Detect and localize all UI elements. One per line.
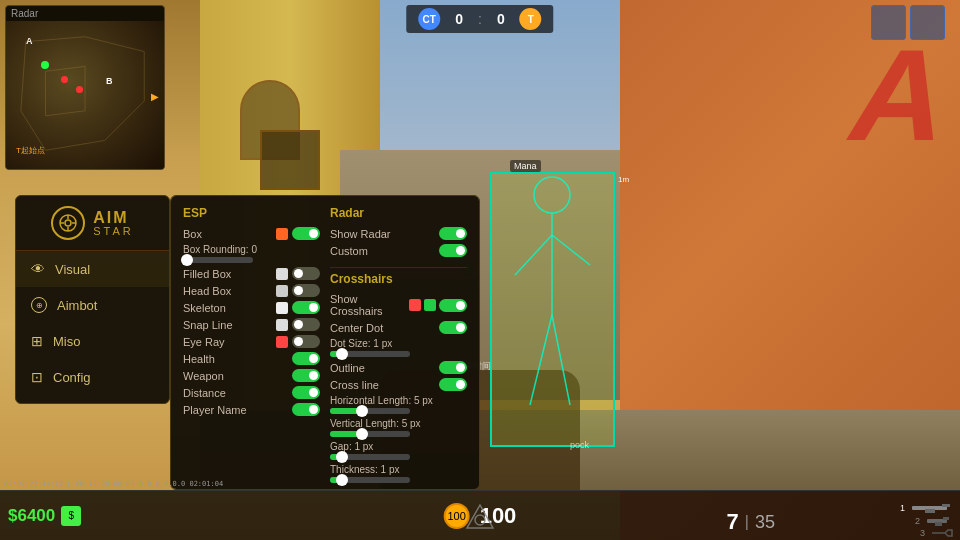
box-rounding-row: Box Rounding: 0 bbox=[183, 242, 320, 265]
esp-box-toggle[interactable] bbox=[292, 227, 320, 240]
custom-radar-label: Custom bbox=[330, 245, 435, 257]
h-length-row: Horizontal Length: 5 px bbox=[330, 393, 467, 416]
nav-item-config[interactable]: ⊡ Config bbox=[16, 359, 169, 395]
skeleton-color[interactable] bbox=[276, 302, 288, 314]
thickness-slider[interactable] bbox=[330, 477, 410, 483]
esp-box-color[interactable] bbox=[276, 228, 288, 240]
show-crosshairs-toggle[interactable] bbox=[439, 299, 467, 312]
nav-label-visual: Visual bbox=[55, 262, 90, 277]
svg-rect-18 bbox=[943, 517, 949, 520]
dot-size-row: Dot Size: 1 px bbox=[330, 336, 467, 359]
custom-radar-toggle[interactable] bbox=[439, 244, 467, 257]
nav-item-aimbot[interactable]: ⊕ Aimbot bbox=[16, 287, 169, 323]
weapon-row: Weapon bbox=[183, 367, 320, 384]
weapon-slot-3: 3 bbox=[920, 528, 955, 538]
show-radar-row: Show Radar bbox=[330, 225, 467, 242]
outline-label: Outline bbox=[330, 362, 435, 374]
h-length-slider[interactable] bbox=[330, 408, 410, 414]
center-dot-toggle[interactable] bbox=[439, 321, 467, 334]
distance-label: Distance bbox=[183, 387, 288, 399]
hud-ammo-reserve: 35 bbox=[755, 512, 775, 533]
snapline-label: Snap Line bbox=[183, 319, 272, 331]
snapline-toggle[interactable] bbox=[292, 318, 320, 331]
esp-box-row: Box bbox=[183, 225, 320, 242]
show-radar-toggle[interactable] bbox=[439, 227, 467, 240]
dot-size-slider[interactable] bbox=[330, 351, 410, 357]
weapon-slot-2: 2 bbox=[915, 515, 955, 527]
t-score: 0 bbox=[497, 11, 505, 27]
health-label: Health bbox=[183, 353, 288, 365]
box-rounding-slider[interactable] bbox=[183, 257, 253, 263]
weapon-slot-1: 1 bbox=[900, 502, 955, 514]
team-icons-area bbox=[871, 5, 945, 40]
health-toggle[interactable] bbox=[292, 352, 320, 365]
filled-box-toggle[interactable] bbox=[292, 267, 320, 280]
svg-point-13 bbox=[475, 515, 485, 525]
player-name-toggle[interactable] bbox=[292, 403, 320, 416]
skeleton-row: Skeleton bbox=[183, 299, 320, 316]
gap-row: Gap: 1 px bbox=[330, 439, 467, 462]
hud-ammo-area: 7 | 35 bbox=[727, 509, 775, 535]
head-box-toggle[interactable] bbox=[292, 284, 320, 297]
health-row: Health bbox=[183, 350, 320, 367]
svg-line-3 bbox=[552, 235, 590, 265]
damage-label: pock bbox=[570, 440, 589, 450]
weapon-toggle[interactable] bbox=[292, 369, 320, 382]
outline-toggle[interactable] bbox=[439, 361, 467, 374]
snapline-color[interactable] bbox=[276, 319, 288, 331]
svg-point-7 bbox=[65, 220, 71, 226]
crossline-label: Cross line bbox=[330, 379, 435, 391]
radar-title: Radar bbox=[6, 6, 164, 21]
svg-point-0 bbox=[534, 177, 570, 213]
crossline-toggle[interactable] bbox=[439, 378, 467, 391]
hud-money: $6400 bbox=[8, 506, 55, 526]
nav-item-miso[interactable]: ⊞ Miso bbox=[16, 323, 169, 359]
nav-item-visual[interactable]: 👁 Visual bbox=[16, 251, 169, 287]
aimbot-icon: ⊕ bbox=[31, 297, 47, 313]
filled-box-color[interactable] bbox=[276, 268, 288, 280]
logo-icon bbox=[51, 206, 85, 240]
v-length-slider[interactable] bbox=[330, 431, 410, 437]
outline-row: Outline bbox=[330, 359, 467, 376]
crossline-row: Cross line bbox=[330, 376, 467, 393]
logo-area: AIM STAR bbox=[16, 196, 169, 251]
settings-panel: ESP Box Box Rounding: 0 bbox=[170, 195, 480, 490]
svg-line-5 bbox=[552, 315, 570, 405]
player-name-row: Player Name bbox=[183, 401, 320, 418]
hud-logo bbox=[465, 503, 495, 537]
v-length-label: Vertical Length: 5 px bbox=[330, 418, 421, 429]
eyeray-toggle[interactable] bbox=[292, 335, 320, 348]
hud-money-icon: $ bbox=[61, 506, 81, 526]
t-team-icon: T bbox=[520, 8, 542, 30]
nav-label-config: Config bbox=[53, 370, 91, 385]
box-rounding-label: Box Rounding: 0 bbox=[183, 244, 257, 255]
enemy-name-tag: Mana bbox=[510, 160, 541, 172]
h-length-label: Horizontal Length: 5 px bbox=[330, 395, 433, 406]
top-scoreboard: CT 0 : 0 T bbox=[406, 5, 553, 33]
radar-section: Radar Show Radar Custom bbox=[330, 206, 467, 259]
gap-slider[interactable] bbox=[330, 454, 410, 460]
hud-bottom-bar: $6400 $ 100 100 7 | 35 1 2 3 bbox=[0, 490, 960, 540]
distance-toggle[interactable] bbox=[292, 386, 320, 399]
snapline-row: Snap Line bbox=[183, 316, 320, 333]
nav-label-miso: Miso bbox=[53, 334, 80, 349]
player-name-label: Player Name bbox=[183, 404, 288, 416]
gap-label: Gap: 1 px bbox=[330, 441, 373, 452]
radar-section-title: Radar bbox=[330, 206, 467, 220]
center-dot-label: Center Dot bbox=[330, 322, 435, 334]
head-box-color[interactable] bbox=[276, 285, 288, 297]
thickness-row: Thickness: 1 px bbox=[330, 462, 467, 485]
crosshair-color1[interactable] bbox=[409, 299, 421, 311]
radar-minimap: Radar A B T起始点 ▶ bbox=[5, 5, 165, 170]
crosshair-color2[interactable] bbox=[424, 299, 436, 311]
show-radar-label: Show Radar bbox=[330, 228, 435, 240]
hud-weapons-list: 1 2 3 bbox=[900, 502, 955, 538]
esp-section: ESP Box Box Rounding: 0 bbox=[183, 206, 320, 485]
hud-ammo-current: 7 bbox=[727, 509, 739, 535]
skeleton-label: Skeleton bbox=[183, 302, 272, 314]
skeleton-toggle[interactable] bbox=[292, 301, 320, 314]
eyeray-row: Eye Ray bbox=[183, 333, 320, 350]
eyeray-color[interactable] bbox=[276, 336, 288, 348]
hud-ammo-separator: | bbox=[745, 513, 749, 531]
config-icon: ⊡ bbox=[31, 369, 43, 385]
